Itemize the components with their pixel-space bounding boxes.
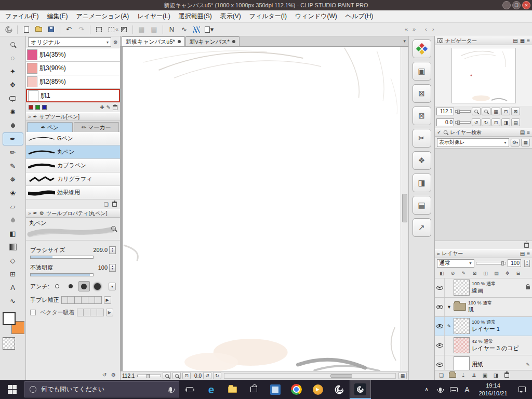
layer-opacity-value[interactable]: 100 <box>508 259 521 267</box>
material-panel-button-4[interactable]: ✂ <box>413 129 431 148</box>
color-row-selected[interactable]: 肌1 <box>26 89 120 102</box>
transfer-down-button[interactable]: ⇣ <box>458 371 468 379</box>
color-row[interactable]: 肌4(35%) <box>26 48 120 62</box>
delete-subtool-button[interactable] <box>112 202 117 207</box>
menu-file[interactable]: ファイル(F) <box>1 10 43 22</box>
tool-frame[interactable]: ⊞ <box>3 268 23 281</box>
menu-animation[interactable]: アニメーション(A) <box>72 10 133 22</box>
opacity-stepper[interactable]: ▲▼ <box>109 264 116 272</box>
brush-size-stepper[interactable]: ▲▼ <box>109 246 116 254</box>
brush-row-selected[interactable]: 丸ペン <box>26 145 120 159</box>
horizontal-scrollbar[interactable] <box>224 373 396 379</box>
snap-button[interactable]: ▤ <box>148 24 160 35</box>
select-all-button[interactable] <box>93 24 105 35</box>
toolbar-dropdown-button[interactable]: ▾ <box>203 24 215 35</box>
brush-row[interactable]: カブラペン <box>26 159 120 172</box>
folder-icon[interactable] <box>454 303 466 311</box>
brush-row[interactable]: Gペン <box>26 132 120 145</box>
antialias-none-button[interactable] <box>51 281 63 291</box>
visibility-toggle[interactable] <box>435 278 445 297</box>
show-ruler-button[interactable]: ✥ <box>502 269 512 277</box>
action-center-button[interactable] <box>512 387 532 392</box>
search-target-select[interactable]: 表示対象レ ▼ <box>437 138 509 147</box>
canvas-tab[interactable]: 新vキャンバス* <box>185 36 240 46</box>
menu-window[interactable]: ウィンドウ(W) <box>291 10 341 22</box>
grid-button[interactable]: ▦ <box>136 24 148 35</box>
layer-search-results[interactable] <box>435 148 532 241</box>
zoom-in-button[interactable] <box>172 372 181 379</box>
panel-menu-icon[interactable]: ≡ <box>527 38 530 44</box>
nav-flip-button[interactable]: ⊠ <box>511 108 520 115</box>
undo-button[interactable]: ↶ <box>63 24 75 35</box>
vector-snap-segments[interactable] <box>77 309 104 316</box>
delete-color-button[interactable] <box>113 105 117 110</box>
clip-studio-paint-taskbar-button[interactable] <box>350 380 371 399</box>
layers-header[interactable]: ≈ レイヤー ▤ ≡ <box>435 249 532 258</box>
menu-edit[interactable]: 編集(E) <box>43 10 72 22</box>
fit-to-screen-button[interactable]: ⊡ <box>182 372 191 379</box>
save-button[interactable] <box>45 24 57 35</box>
vector-line-button[interactable]: N <box>166 24 178 35</box>
tray-microphone-button[interactable] <box>433 380 447 399</box>
color-chip[interactable] <box>35 105 40 110</box>
tool-brush[interactable]: ✎ <box>3 159 23 172</box>
canvas-viewport[interactable] <box>121 47 401 371</box>
visibility-toggle[interactable] <box>435 355 445 370</box>
lock-layer-button[interactable]: ⊠ <box>470 269 480 277</box>
start-button[interactable] <box>0 380 24 399</box>
panel-menu-icon[interactable]: ≡ <box>527 129 530 135</box>
navigator-header[interactable]: ナビゲーター ▤ ▦ ≡ <box>435 36 532 45</box>
video-app-taskbar-button[interactable]: ▶ <box>307 380 328 399</box>
search-property-icon[interactable] <box>111 226 116 231</box>
tool-fill[interactable]: ◧ <box>3 227 23 240</box>
file-explorer-taskbar-button[interactable] <box>222 380 243 399</box>
layer-opacity-stepper[interactable]: ▲▼ <box>524 260 530 267</box>
nav-fit-button[interactable]: ⊡ <box>501 108 510 115</box>
rotate-left-button[interactable]: ↺ <box>203 372 211 379</box>
tool-gradient[interactable] <box>3 241 23 254</box>
collapse-canvas-dock-icon[interactable]: « <box>405 26 408 32</box>
tool-balloon[interactable] <box>3 92 23 105</box>
nav-rotate-right-button[interactable]: ↻ <box>482 118 490 126</box>
collapse-left-dock-icon[interactable]: « <box>115 26 118 32</box>
nav-zoom-in-button[interactable] <box>482 108 490 115</box>
stabilize-segments[interactable] <box>61 296 102 304</box>
color-row[interactable]: 肌2(85%) <box>26 75 120 89</box>
add-color-button[interactable]: ✚ <box>100 104 104 110</box>
tool-correct-line[interactable]: ∿ <box>3 295 23 308</box>
navigator-zoom-value[interactable]: 112.1 <box>436 108 454 115</box>
navigator-rotate-slider[interactable] <box>455 121 471 124</box>
layer-thumbnail[interactable] <box>454 318 470 334</box>
layers-tab-icon[interactable]: ▤ <box>520 251 525 257</box>
tool-airbrush[interactable]: ✵ <box>3 173 23 186</box>
tab-list-button[interactable]: ▾ <box>403 38 406 44</box>
layer-opacity-slider[interactable] <box>476 262 506 264</box>
material-panel-button-2[interactable]: ⊠ <box>413 84 431 103</box>
reference-layer-button[interactable]: ⊘ <box>448 269 458 277</box>
visibility-toggle[interactable] <box>435 317 445 336</box>
task-view-button[interactable] <box>179 380 201 399</box>
search-delete-button[interactable] <box>524 243 529 248</box>
layer-thumbnail[interactable] <box>454 337 470 353</box>
clip-studio-taskbar-button[interactable] <box>328 380 350 399</box>
new-folder-button[interactable] <box>447 371 457 379</box>
search-extra-button[interactable]: ▦ <box>521 139 530 147</box>
tool-stream-line[interactable]: ✺ <box>3 105 23 118</box>
brush-row[interactable]: カリグラフィ <box>26 172 120 186</box>
microphone-icon[interactable] <box>169 387 172 392</box>
brush-size-slider[interactable] <box>30 256 94 259</box>
vertical-scroll-thumb[interactable] <box>402 194 407 222</box>
tool-figure[interactable]: ◇ <box>3 254 23 267</box>
cortana-search-box[interactable]: 何でも聞いてください <box>24 381 179 397</box>
menu-filter[interactable]: フィルター(I) <box>245 10 291 22</box>
color-chip[interactable] <box>42 105 47 110</box>
antialias-middle-button[interactable] <box>78 281 90 291</box>
apply-mask-button[interactable]: ◨ <box>491 371 501 379</box>
visibility-toggle[interactable] <box>435 336 445 355</box>
nav-rotate-left-button[interactable]: ↺ <box>472 118 481 126</box>
tool-selection[interactable]: ◌ <box>3 51 23 64</box>
minimize-button[interactable]: – <box>502 1 511 9</box>
material-panel-button-8[interactable]: ↗ <box>413 218 431 237</box>
visibility-toggle[interactable] <box>435 298 445 316</box>
expand-right-dock-icon[interactable]: » <box>413 26 416 32</box>
